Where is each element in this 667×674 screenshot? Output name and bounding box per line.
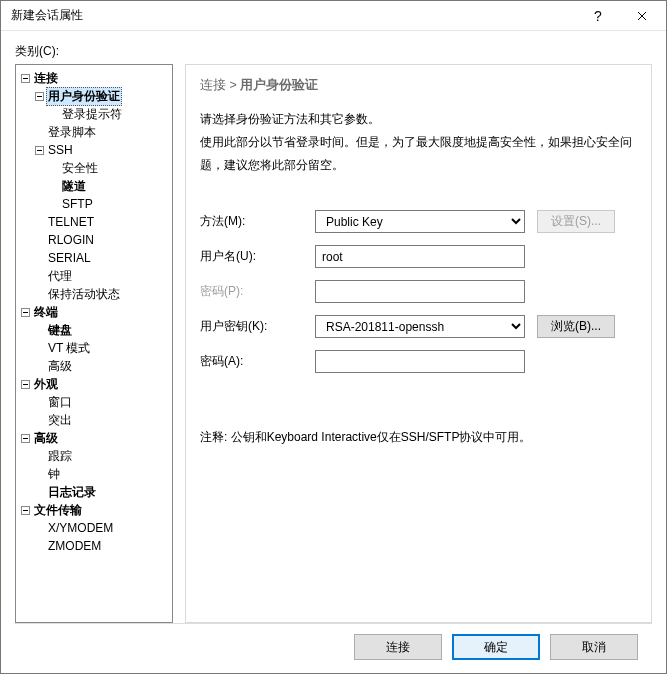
collapse-icon: [21, 74, 30, 83]
tree-item-vt-mode[interactable]: VT 模式: [18, 339, 170, 357]
settings-panel: 连接 > 用户身份验证 请选择身份验证方法和其它参数。 使用此部分以节省登录时间…: [185, 64, 652, 623]
tree-item-connection[interactable]: 连接: [18, 69, 170, 87]
note-text: 注释: 公钥和Keyboard Interactive仅在SSH/SFTP协议中…: [200, 429, 637, 446]
tree-item-user-auth[interactable]: 用户身份验证: [18, 87, 170, 105]
collapse-icon: [35, 146, 44, 155]
settings-button: 设置(S)...: [537, 210, 615, 233]
description-line1: 请选择身份验证方法和其它参数。: [200, 108, 637, 131]
passphrase-label: 密码(A):: [200, 353, 315, 370]
tree-item-logging[interactable]: 日志记录: [18, 483, 170, 501]
collapse-icon: [35, 92, 44, 101]
breadcrumb-current: 用户身份验证: [240, 78, 318, 92]
tree-item-terminal[interactable]: 终端: [18, 303, 170, 321]
description: 请选择身份验证方法和其它参数。 使用此部分以节省登录时间。但是，为了最大限度地提…: [200, 108, 637, 176]
browse-button[interactable]: 浏览(B)...: [537, 315, 615, 338]
dialog-window: 新建会话属性 ? 类别(C): 连接 用户身份验证 登录提示符: [0, 0, 667, 674]
dialog-footer: 连接 确定 取消: [15, 623, 652, 673]
titlebar: 新建会话属性 ?: [1, 1, 666, 31]
userkey-label: 用户密钥(K):: [200, 318, 315, 335]
cancel-button[interactable]: 取消: [550, 634, 638, 660]
row-method: 方法(M): Public Key 设置(S)...: [200, 210, 637, 233]
collapse-icon: [21, 380, 30, 389]
tree-item-appearance[interactable]: 外观: [18, 375, 170, 393]
tree-item-trace[interactable]: 跟踪: [18, 447, 170, 465]
collapse-icon: [21, 506, 30, 515]
userkey-select[interactable]: RSA-201811-openssh: [315, 315, 525, 338]
tree-item-sftp[interactable]: SFTP: [18, 195, 170, 213]
row-username: 用户名(U):: [200, 245, 637, 268]
connect-button[interactable]: 连接: [354, 634, 442, 660]
tree-item-advanced[interactable]: 高级: [18, 429, 170, 447]
tree-item-highlight[interactable]: 突出: [18, 411, 170, 429]
password-label: 密码(P):: [200, 283, 315, 300]
row-passphrase: 密码(A):: [200, 350, 637, 373]
panes: 连接 用户身份验证 登录提示符 登录脚本 SSH 安全性: [15, 64, 652, 623]
tree-item-keepalive[interactable]: 保持活动状态: [18, 285, 170, 303]
method-select[interactable]: Public Key: [315, 210, 525, 233]
tree-item-security[interactable]: 安全性: [18, 159, 170, 177]
password-input: [315, 280, 525, 303]
tree-item-telnet[interactable]: TELNET: [18, 213, 170, 231]
method-label: 方法(M):: [200, 213, 315, 230]
breadcrumb: 连接 > 用户身份验证: [200, 77, 637, 94]
row-userkey: 用户密钥(K): RSA-201811-openssh 浏览(B)...: [200, 315, 637, 338]
tree-item-bell[interactable]: 钟: [18, 465, 170, 483]
ok-button[interactable]: 确定: [452, 634, 540, 660]
description-line2: 使用此部分以节省登录时间。但是，为了最大限度地提高安全性，如果担心安全问题，建议…: [200, 131, 637, 177]
category-label: 类别(C):: [15, 43, 652, 60]
collapse-icon: [21, 308, 30, 317]
tree-item-login-prompt[interactable]: 登录提示符: [18, 105, 170, 123]
tree-item-login-script[interactable]: 登录脚本: [18, 123, 170, 141]
close-icon: [637, 11, 647, 21]
passphrase-input[interactable]: [315, 350, 525, 373]
tree-item-window[interactable]: 窗口: [18, 393, 170, 411]
tree-item-tunnel[interactable]: 隧道: [18, 177, 170, 195]
tree-item-xymodem[interactable]: X/YMODEM: [18, 519, 170, 537]
tree-item-terminal-advanced[interactable]: 高级: [18, 357, 170, 375]
tree-item-keyboard[interactable]: 键盘: [18, 321, 170, 339]
username-label: 用户名(U):: [200, 248, 315, 265]
breadcrumb-sep: >: [229, 78, 236, 92]
close-button[interactable]: [620, 1, 664, 30]
breadcrumb-root: 连接: [200, 78, 226, 92]
collapse-icon: [21, 434, 30, 443]
help-button[interactable]: ?: [576, 1, 620, 30]
tree-item-serial[interactable]: SERIAL: [18, 249, 170, 267]
category-tree[interactable]: 连接 用户身份验证 登录提示符 登录脚本 SSH 安全性: [15, 64, 173, 623]
tree-item-zmodem[interactable]: ZMODEM: [18, 537, 170, 555]
window-title: 新建会话属性: [11, 7, 576, 24]
dialog-body: 类别(C): 连接 用户身份验证 登录提示符 登录脚本 SSH: [1, 31, 666, 673]
row-password: 密码(P):: [200, 280, 637, 303]
tree-item-file-transfer[interactable]: 文件传输: [18, 501, 170, 519]
tree-item-rlogin[interactable]: RLOGIN: [18, 231, 170, 249]
tree-item-proxy[interactable]: 代理: [18, 267, 170, 285]
tree-item-ssh[interactable]: SSH: [18, 141, 170, 159]
username-input[interactable]: [315, 245, 525, 268]
